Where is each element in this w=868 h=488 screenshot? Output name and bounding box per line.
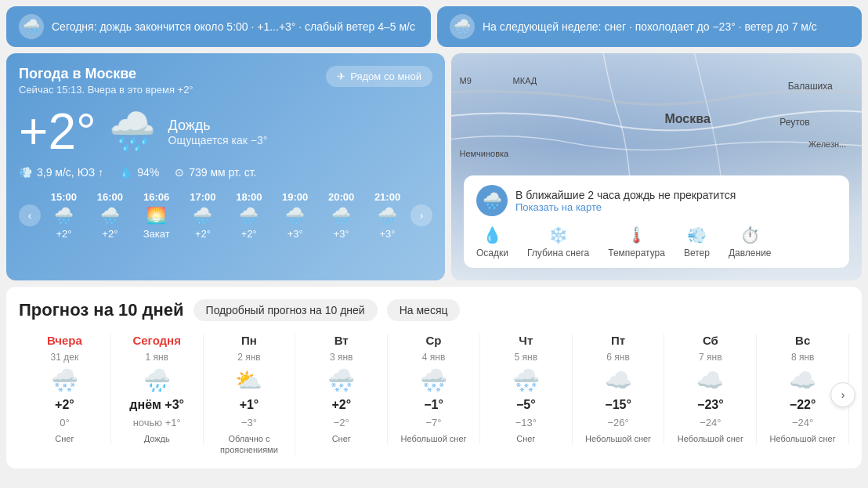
hourly-items: 15:00 🌧️ +2° 16:00 🌧️ +2° 16:06 🌅 Закат … (41, 191, 410, 240)
day-temp-low: −2° (334, 417, 349, 428)
map-label-zheleznodorozhny: Железн... (808, 139, 846, 149)
weather-condition: Дождь (168, 117, 268, 134)
temp-row: +2° 🌧️ Дождь Ощущается как −3° (19, 107, 432, 157)
pressure-value: 739 мм рт. ст. (189, 166, 256, 179)
pressure-stat: ⊙ 739 мм рт. ст. (175, 166, 256, 179)
day-temp-high: −5° (516, 398, 536, 412)
filter-label: Ветер (684, 248, 710, 258)
forecast-title: Прогноз на 10 дней (19, 300, 184, 320)
day-temp-low: ночью +1° (133, 417, 181, 428)
forecast-day-item[interactable]: Сб 7 янв ☁️ −23° −24° Небольшой снег (664, 334, 757, 444)
hourly-label: Закат (143, 228, 170, 240)
day-weather-icon: 🌨️ (327, 367, 355, 393)
condition-block: Дождь Ощущается как −3° (168, 117, 268, 146)
day-temp-high: −1° (424, 398, 443, 412)
day-temp-high: −22° (790, 398, 816, 412)
day-name: Сегодня (132, 334, 181, 347)
forecast-day-item[interactable]: Ср 4 янв 🌨️ −1° −7° Небольшой снег (388, 334, 480, 444)
day-temp-high: +2° (55, 398, 74, 412)
filter-icon: 🌡️ (627, 226, 646, 244)
day-temp-low: −26° (607, 417, 628, 428)
map-label-nemchinovka: Немчиновка (459, 149, 508, 158)
banner-left-icon: 🌧️ (19, 14, 44, 39)
forecast-btn-10day[interactable]: Подробный прогноз на 10 дней (193, 299, 378, 321)
hourly-time: 18:00 (236, 191, 262, 203)
wind-icon: 💨 (19, 166, 32, 179)
precip-filters: 💧 Осадки ❄️ Глубина снега 🌡️ Температура… (476, 226, 837, 258)
filter-label: Давление (729, 248, 772, 258)
near-me-button[interactable]: ✈ Рядом со мной (326, 66, 432, 87)
day-date: 4 янв (422, 352, 446, 363)
hourly-weather-icon: 🌧️ (100, 206, 120, 225)
filter-icon: ⏱️ (740, 226, 760, 244)
day-weather-icon: ☁️ (605, 367, 632, 393)
precip-icon: 🌧️ (476, 185, 508, 216)
day-description: Облачно с прояснениями (207, 433, 292, 456)
day-date: 7 янв (699, 352, 722, 363)
banner-left[interactable]: 🌧️ Сегодня: дождь закончится около 5:00 … (6, 6, 431, 47)
day-name: Пн (241, 334, 257, 347)
humidity-value: 94% (137, 166, 159, 179)
filter-item[interactable]: 💧 Осадки (476, 226, 508, 258)
hourly-item: 19:00 🌧️ +3° (282, 191, 308, 240)
forecast-day-item[interactable]: Сегодня 1 янв 🌧️ днём +3° ночью +1° Дожд… (111, 334, 204, 444)
map-label-top: М9 (459, 76, 471, 85)
weather-icon-large: 🌧️ (109, 110, 156, 154)
day-description: Снег (516, 433, 535, 444)
forecast-header: Прогноз на 10 дней Подробный прогноз на … (19, 299, 849, 321)
hourly-item: 17:00 🌧️ +2° (190, 191, 215, 240)
forecast-day-item[interactable]: Пн 2 янв ⛅ +1° −3° Облачно с прояснениям… (204, 334, 296, 456)
forecast-day-item[interactable]: Вчера 31 дек 🌨️ +2° 0° Снег (19, 334, 111, 444)
forecast-section: Прогноз на 10 дней Подробный прогноз на … (6, 287, 862, 468)
day-temp-high: +2° (331, 398, 351, 412)
hourly-weather-icon: 🌧️ (193, 206, 212, 225)
filter-item[interactable]: ⏱️ Давление (729, 226, 772, 258)
precip-link[interactable]: Показать на карте (515, 201, 736, 213)
hourly-temp: +2° (102, 228, 118, 240)
day-temp-low: −3° (241, 417, 257, 428)
hourly-temp: +3° (380, 228, 396, 240)
day-date: 1 янв (145, 352, 168, 363)
humidity-icon: 💧 (119, 166, 132, 179)
day-date: 3 янв (330, 352, 353, 363)
feels-like: Ощущается как −3° (168, 134, 268, 146)
hourly-item: 21:00 🌧️ +3° (374, 191, 400, 240)
day-temp-low: −24° (792, 417, 813, 428)
day-date: 8 янв (791, 352, 815, 363)
forecast-day-item[interactable]: Пт 6 янв ☁️ −15° −26° Небольшой снег (573, 334, 665, 444)
day-temp-low: −24° (700, 417, 721, 428)
filter-item[interactable]: ❄️ Глубина снега (527, 226, 589, 258)
forecast-btn-month[interactable]: На месяц (387, 299, 461, 321)
hourly-next-button[interactable]: › (410, 204, 432, 226)
hourly-prev-button[interactable]: ‹ (19, 204, 41, 226)
day-weather-icon: ☁️ (789, 367, 816, 393)
forecast-day-item[interactable]: Вт 3 янв 🌨️ +2° −2° Снег (295, 334, 388, 444)
wind-stat: 💨 3,9 м/с, ЮЗ ↑ (19, 166, 103, 179)
stats-row: 💨 3,9 м/с, ЮЗ ↑ 💧 94% ⊙ 739 мм рт. ст. (19, 166, 432, 179)
day-weather-icon: ⛅ (235, 367, 262, 393)
banner-left-text: Сегодня: дождь закончится около 5:00 · +… (52, 20, 415, 33)
day-description: Снег (55, 433, 74, 444)
filter-icon: 💧 (483, 226, 502, 244)
hourly-time: 15:00 (51, 191, 77, 203)
hourly-temp: +2° (56, 228, 71, 240)
hourly-time: 21:00 (374, 191, 400, 203)
forecast-day-item[interactable]: Чт 5 янв 🌨️ −5° −13° Снег (480, 334, 573, 444)
map-label-mkad: МКАД (513, 76, 537, 85)
day-name: Пт (611, 334, 625, 347)
banner-right-text: На следующей неделе: снег · похолодает д… (483, 20, 817, 33)
precip-box: 🌧️ В ближайшие 2 часа дождь не прекратит… (464, 175, 849, 268)
banner-right[interactable]: 🌨️ На следующей неделе: снег · похолодае… (437, 6, 862, 47)
forecast-next-button[interactable]: › (830, 382, 855, 407)
filter-item[interactable]: 🌡️ Температура (608, 226, 665, 258)
day-temp-low: −13° (515, 417, 537, 428)
hourly-weather-icon: 🌧️ (331, 206, 351, 225)
day-temp-high: −23° (697, 398, 724, 412)
map-label-reutov: Реутов (779, 117, 809, 128)
filter-item[interactable]: 💨 Ветер (684, 226, 710, 258)
top-banners: 🌧️ Сегодня: дождь закончится около 5:00 … (0, 0, 868, 53)
day-temp-high: +1° (240, 398, 259, 412)
day-temp-low: 0° (60, 417, 69, 428)
hourly-row: ‹ 15:00 🌧️ +2° 16:00 🌧️ +2° 16:06 🌅 Зака… (19, 191, 432, 240)
filter-label: Температура (608, 248, 665, 258)
